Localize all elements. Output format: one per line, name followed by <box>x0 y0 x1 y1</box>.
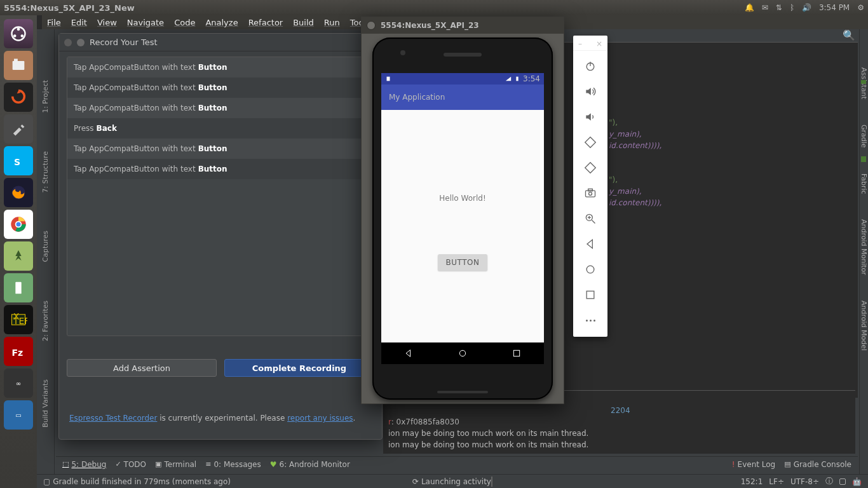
svg-point-3 <box>13 34 17 37</box>
menu-code[interactable]: Code <box>174 18 195 27</box>
skype-icon[interactable]: S <box>4 146 33 175</box>
menu-edit[interactable]: Edit <box>71 18 87 27</box>
firefox-icon[interactable] <box>4 178 33 207</box>
more-icon[interactable] <box>573 308 607 333</box>
menu-navigate[interactable]: Navigate <box>127 18 164 27</box>
sample-button[interactable]: BUTTON <box>438 254 487 271</box>
menu-run[interactable]: Run <box>324 18 340 27</box>
add-assertion-button[interactable]: Add Assertion <box>67 359 217 377</box>
search-icon[interactable]: 🔍 <box>843 29 855 41</box>
volume-up-icon[interactable] <box>573 79 607 104</box>
bluetooth-icon[interactable]: ᛒ <box>790 3 794 12</box>
tab-favorites[interactable]: 2: Favorites <box>41 301 50 341</box>
file-encoding[interactable]: UTF-8÷ <box>790 477 819 486</box>
settings-icon[interactable] <box>4 114 33 144</box>
tab-android-model[interactable]: Android Model <box>860 301 868 351</box>
tab-gradle[interactable]: Gradle <box>860 125 868 148</box>
caret-position[interactable]: 152:1 <box>741 477 763 486</box>
volume-icon[interactable]: 🔊 <box>802 3 811 12</box>
status-icon[interactable]: ▢ <box>43 477 50 486</box>
left-toolwindow-bar: 1: Project 7: Structure Captures 2: Favo… <box>37 29 55 474</box>
xterm-icon[interactable]: XTERM <box>4 305 33 334</box>
mail-icon[interactable]: ✉ <box>762 3 768 12</box>
svg-point-25 <box>589 192 592 195</box>
screenshot-icon[interactable] <box>573 180 607 206</box>
device-chin <box>437 391 488 393</box>
tab-project[interactable]: 1: Project <box>41 80 50 113</box>
tab-structure[interactable]: 7: Structure <box>41 151 50 193</box>
context-icon[interactable]: ⓘ <box>825 476 833 487</box>
nav-overview-icon[interactable] <box>573 282 607 308</box>
app-icon-2[interactable]: ▭ <box>4 400 33 430</box>
step-row[interactable]: Tap AppCompatButton with textButton <box>67 98 374 118</box>
nav-back-icon[interactable] <box>573 231 607 257</box>
files-icon[interactable] <box>4 51 33 80</box>
network-icon[interactable]: ⇅ <box>776 3 782 12</box>
chrome-icon[interactable] <box>4 210 33 239</box>
menu-refactor[interactable]: Refactor <box>248 18 283 27</box>
bottom-toolwindow-bar: ⬚ 5: Debug ✓ TODO ▣ Terminal ≡ 0: Messag… <box>56 456 858 471</box>
step-row[interactable]: PressBack <box>67 118 374 139</box>
volume-down-icon[interactable] <box>573 104 607 130</box>
app-content[interactable]: Hello World! BUTTON <box>381 110 544 342</box>
tab-gradle-console[interactable]: ▤ Gradle Console <box>784 460 851 469</box>
emulator-titlebar[interactable]: 5554:Nexus_5X_API_23 <box>362 17 564 34</box>
status-center: ⟳ Launching activity <box>412 477 492 486</box>
dialog-min-icon[interactable] <box>77 39 85 46</box>
back-icon[interactable] <box>403 348 414 358</box>
step-row[interactable]: Tap AppCompatButton with textButton <box>67 139 374 159</box>
tab-android-monitor-side[interactable]: Android Monitor <box>860 219 868 275</box>
step-row[interactable]: Tap AppCompatButton with textButton <box>67 57 374 78</box>
step-row[interactable]: Tap AppCompatButton with textButton <box>67 159 374 179</box>
step-row[interactable]: Tap AppCompatButton with textButton <box>67 78 374 98</box>
tab-terminal[interactable]: ▣ Terminal <box>155 460 196 469</box>
menu-view[interactable]: View <box>97 18 117 27</box>
android-statusbar[interactable]: 3:54 <box>381 73 544 85</box>
tab-captures[interactable]: Captures <box>41 231 50 262</box>
home-icon[interactable] <box>458 348 468 358</box>
lock-icon[interactable] <box>839 478 846 485</box>
tab-messages[interactable]: ≡ 0: Messages <box>205 460 261 469</box>
line-separator[interactable]: LF÷ <box>769 477 784 486</box>
espresso-recorder-link[interactable]: Espresso Test Recorder <box>69 414 157 423</box>
recorded-steps-list[interactable]: Tap AppCompatButton with textButton Tap … <box>67 57 374 336</box>
toolbar-close[interactable]: × <box>596 39 602 50</box>
toolbar-minimize[interactable]: – <box>578 39 582 50</box>
tab-todo[interactable]: ✓ TODO <box>115 460 146 469</box>
clock[interactable]: 3:54 PM <box>819 3 850 12</box>
svg-point-1 <box>17 28 20 31</box>
dialog-close-icon[interactable] <box>64 39 72 46</box>
notification-icon[interactable]: 🔔 <box>745 3 754 12</box>
nav-home-icon[interactable] <box>573 257 607 282</box>
power-icon[interactable] <box>573 53 607 79</box>
report-issues-link[interactable]: report any issues <box>287 414 353 423</box>
recents-icon[interactable] <box>512 348 522 358</box>
svg-text:S: S <box>14 157 20 167</box>
svg-point-2 <box>21 34 24 37</box>
android-icon[interactable]: 🤖 <box>852 477 862 486</box>
device-screen[interactable]: 3:54 My Application Hello World! BUTTON <box>381 73 544 364</box>
filezilla-icon[interactable]: Fz <box>4 337 33 366</box>
tab-build-variants[interactable]: Build Variants <box>41 379 50 428</box>
tab-fabric[interactable]: Fabric <box>860 173 868 194</box>
menu-build[interactable]: Build <box>293 18 314 27</box>
app-icon-1[interactable]: ∞ <box>4 369 33 398</box>
console-line: r: 0x7f0885fa8030 <box>388 417 459 426</box>
complete-recording-button[interactable]: Complete Recording <box>224 359 374 377</box>
androidstudio-icon[interactable] <box>4 241 33 271</box>
rotate-right-icon[interactable] <box>573 155 607 180</box>
window-button-icon[interactable] <box>367 21 376 30</box>
dash-icon[interactable] <box>4 19 33 48</box>
tab-debug[interactable]: ⬚ 5: Debug <box>62 460 106 469</box>
menu-file[interactable]: File <box>47 18 61 27</box>
zoom-icon[interactable] <box>573 206 607 231</box>
tab-event-log[interactable]: ! Event Log <box>732 460 775 469</box>
updates-icon[interactable] <box>4 83 33 112</box>
rotate-left-icon[interactable] <box>573 130 607 155</box>
svg-rect-26 <box>588 189 593 191</box>
system-tray: 🔔 ✉ ⇅ ᛒ 🔊 3:54 PM ⚙ <box>745 3 864 12</box>
gear-icon[interactable]: ⚙ <box>857 3 864 12</box>
tab-android-monitor[interactable]: ♥ 6: Android Monitor <box>270 460 350 469</box>
menu-analyze[interactable]: Analyze <box>205 18 238 27</box>
emulator-launcher-icon[interactable] <box>4 273 33 302</box>
